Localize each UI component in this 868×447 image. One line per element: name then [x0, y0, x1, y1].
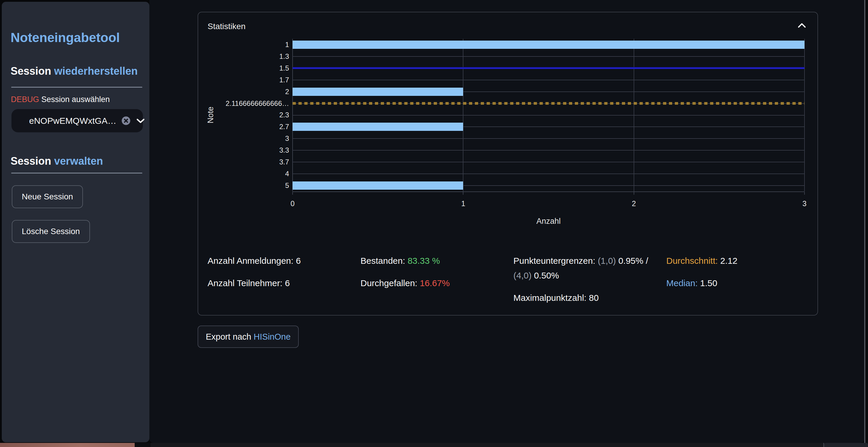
stat-column-averages: Durchschnitt: 2.12 Median: 1.50 [666, 254, 819, 313]
background-strip [0, 443, 868, 447]
sidebar: Noteneingabetool Session wiederherstelle… [2, 2, 149, 442]
x-axis-title: Anzahl [292, 217, 805, 226]
stat-maximalpunktzahl: Maximalpunktzahl: 80 [514, 291, 666, 305]
clear-selection-icon[interactable] [122, 116, 130, 125]
session-select[interactable]: eNOPwEMQWxtGA… [11, 109, 143, 132]
delete-session-button[interactable]: Lösche Session [12, 220, 90, 243]
stat-value: 6 [296, 256, 301, 266]
grade-bound-1: (1,0) [598, 256, 616, 266]
divider [11, 173, 142, 174]
new-session-button[interactable]: Neue Session [12, 185, 83, 208]
stat-value-fail: 16.67% [420, 278, 450, 288]
heading-text: Session [10, 155, 51, 167]
y-axis-title: Note [206, 107, 215, 123]
statistics-summary: Anzahl Anmeldungen: 6 Anzahl Teilnehmer:… [208, 254, 813, 313]
app-title: Noteneingabetool [10, 30, 120, 45]
stat-bestanden: Bestanden: 83.33 % [361, 254, 514, 268]
app-root: Noteneingabetool Session wiederherstelle… [0, 0, 868, 447]
background-strip-segment [824, 443, 868, 447]
session-select-label: DEBUG Session auswählen [11, 94, 110, 105]
collapse-panel-icon[interactable] [798, 22, 806, 29]
background-strip-segment [0, 443, 135, 447]
stat-value-pass: 83.33 % [407, 256, 440, 266]
stat-value: 6 [285, 278, 290, 288]
restore-session-heading: Session wiederherstellen [10, 65, 137, 78]
chevron-down-icon[interactable] [137, 119, 144, 123]
stat-value: 1.50 [700, 278, 717, 288]
stat-value: 2.12 [720, 256, 737, 266]
heading-accent: wiederherstellen [54, 65, 137, 77]
grade-bound-4: (4,0) [514, 271, 532, 280]
stat-value: 80 [589, 293, 599, 303]
select-label-text: Session auswählen [41, 95, 110, 104]
stat-column-counts: Anzahl Anmeldungen: 6 Anzahl Teilnehmer:… [208, 254, 361, 313]
manage-session-heading: Session verwalten [10, 155, 103, 168]
stat-durchgefallen: Durchgefallen: 16.67% [361, 276, 514, 291]
background-strip-segment [135, 443, 151, 447]
session-select-value: eNOPwEMQWxtGA… [29, 109, 117, 132]
scrollbar-gutter [865, 0, 868, 443]
stat-column-points: Punkteuntergrenzen: (1,0) 0.95% / (4,0) … [514, 254, 666, 313]
background-strip-segment [151, 443, 823, 447]
heading-accent: verwalten [54, 155, 103, 167]
stat-median: Median: 1.50 [666, 276, 819, 291]
stat-teilnehmer: Anzahl Teilnehmer: 6 [208, 276, 361, 291]
hisinone-link: HISinOne [254, 332, 291, 341]
stat-durchschnitt: Durchschnitt: 2.12 [666, 254, 819, 268]
stat-anmeldungen: Anzahl Anmeldungen: 6 [208, 254, 361, 268]
divider [11, 87, 142, 88]
stat-punkteuntergrenzen: Punkteuntergrenzen: (1,0) 0.95% / (4,0) … [514, 254, 666, 283]
stat-column-passrate: Bestanden: 83.33 % Durchgefallen: 16.67% [361, 254, 514, 313]
export-button[interactable]: Export nach HISinOne [197, 326, 299, 348]
panel-title: Statistiken [208, 22, 246, 31]
heading-text: Session [10, 65, 51, 77]
debug-badge: DEBUG [11, 95, 39, 104]
